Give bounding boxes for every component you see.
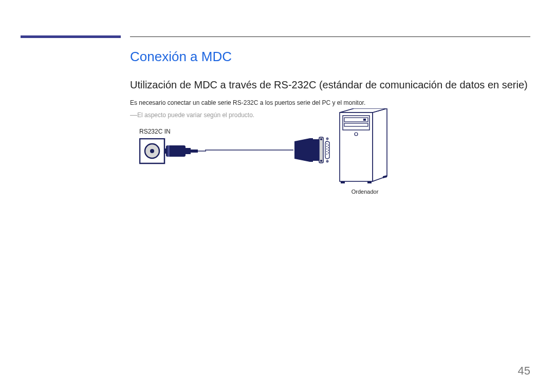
header-accent-bar — [21, 35, 121, 38]
svg-point-21 — [328, 147, 329, 148]
svg-rect-35 — [363, 119, 366, 121]
manual-page: Conexión a MDC Utilización de MDC a trav… — [0, 0, 555, 392]
body-paragraph: Es necesario conectar un cable serie RS-… — [130, 99, 530, 106]
computer-caption: Ordenador — [337, 189, 393, 195]
svg-rect-11 — [319, 137, 323, 163]
svg-point-19 — [326, 154, 327, 155]
computer-group: Ordenador — [337, 108, 393, 195]
svg-point-22 — [328, 150, 329, 151]
db9-connector-icon — [292, 136, 339, 167]
svg-point-20 — [328, 145, 329, 146]
svg-rect-36 — [344, 123, 368, 126]
connection-diagram: RS232C IN — [139, 128, 406, 215]
svg-rect-10 — [313, 139, 319, 161]
svg-rect-39 — [367, 181, 372, 183]
page-number: 45 — [518, 364, 530, 378]
main-content: Conexión a MDC Utilización de MDC a trav… — [130, 49, 530, 215]
svg-point-16 — [326, 146, 327, 147]
svg-point-12 — [320, 138, 322, 140]
svg-point-13 — [320, 160, 322, 162]
page-title: Conexión a MDC — [130, 49, 530, 65]
svg-point-17 — [326, 148, 327, 150]
svg-point-23 — [328, 153, 329, 154]
section-subtitle: Utilización de MDC a través de RS-232C (… — [130, 79, 530, 91]
computer-tower-icon — [337, 108, 393, 185]
svg-marker-30 — [373, 108, 387, 181]
svg-rect-38 — [341, 181, 345, 183]
header-rule — [130, 36, 530, 37]
svg-point-18 — [326, 151, 327, 152]
svg-point-15 — [326, 143, 327, 144]
product-note: El aspecto puede variar según el product… — [130, 111, 530, 119]
svg-point-37 — [355, 133, 358, 136]
